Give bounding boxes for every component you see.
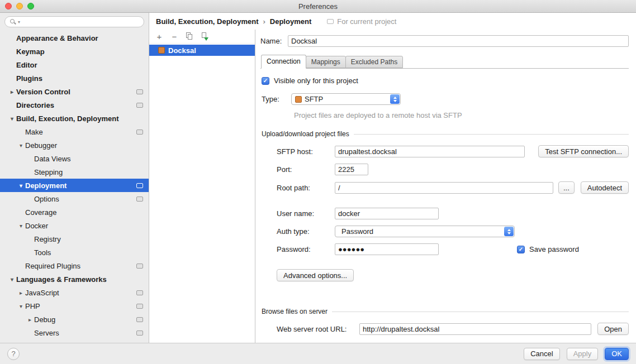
sidebar-item-keymap[interactable]: Keymap xyxy=(0,45,149,58)
port-input[interactable] xyxy=(335,164,368,175)
project-level-icon xyxy=(136,264,143,269)
server-item-label: Docksal xyxy=(168,46,196,55)
chevron-right-icon[interactable]: ▸ xyxy=(8,89,16,95)
remove-server-button[interactable]: − xyxy=(170,32,179,41)
sidebar-item-registry[interactable]: Registry xyxy=(0,232,149,246)
browse-section-label: Browse files on server xyxy=(262,308,328,315)
sidebar-item-docker[interactable]: ▾Docker xyxy=(0,219,149,232)
search-caret-icon[interactable]: ▾ xyxy=(18,20,20,25)
sidebar-item-label: Servers xyxy=(34,329,59,337)
sidebar-item-make[interactable]: Make xyxy=(0,125,149,138)
root-path-input[interactable] xyxy=(335,182,553,194)
sidebar-item-javascript[interactable]: ▸JavaScript xyxy=(0,286,149,299)
project-level-icon xyxy=(136,331,143,336)
visible-only-checkbox[interactable]: ✓ xyxy=(262,77,269,85)
sftp-host-input[interactable] xyxy=(335,146,525,157)
sidebar-item-label: Options xyxy=(34,195,59,203)
sftp-type-icon xyxy=(295,96,302,103)
sidebar-item-label: Keymap xyxy=(16,47,45,56)
ok-button[interactable]: OK xyxy=(605,348,629,360)
web-root-input[interactable] xyxy=(359,323,591,335)
breadcrumb: Build, Execution, Deployment › Deploymen… xyxy=(149,13,636,30)
sidebar-item-servers[interactable]: Servers xyxy=(0,326,149,339)
chevron-down-icon[interactable]: ▾ xyxy=(8,276,16,282)
sidebar-item-stepping[interactable]: Stepping xyxy=(0,165,149,179)
auth-type-label: Auth type: xyxy=(277,227,335,236)
chevron-down-icon[interactable]: ▾ xyxy=(17,183,25,189)
chevron-right-icon[interactable]: ▸ xyxy=(26,317,34,323)
add-server-button[interactable]: + xyxy=(155,32,164,41)
paste-server-button[interactable] xyxy=(200,32,209,41)
upload-section-header: Upload/download project files xyxy=(262,130,629,138)
chevron-down-icon[interactable]: ▾ xyxy=(8,116,16,122)
sidebar-item-languages-frameworks[interactable]: ▾Languages & Frameworks xyxy=(0,272,149,286)
sidebar-item-coverage[interactable]: Coverage xyxy=(0,205,149,219)
sidebar-item-plugins[interactable]: Plugins xyxy=(0,71,149,85)
sidebar-item-debugger[interactable]: ▾Debugger xyxy=(0,138,149,152)
sidebar-item-label: Directories xyxy=(16,101,54,109)
sidebar-item-label: Coverage xyxy=(25,208,56,217)
save-password-checkbox[interactable]: ✓ xyxy=(517,246,525,253)
project-scope: For current project xyxy=(327,17,396,26)
advanced-options-button[interactable]: Advanced options... xyxy=(277,269,354,281)
test-sftp-connection-button[interactable]: Test SFTP connection... xyxy=(538,145,629,157)
tab-connection[interactable]: Connection xyxy=(261,55,306,69)
settings-sidebar: ▾ Appearance & BehaviorKeymapEditorPlugi… xyxy=(0,13,149,343)
auth-type-select[interactable]: Password xyxy=(335,226,515,237)
name-input[interactable] xyxy=(288,35,629,47)
apply-button[interactable]: Apply xyxy=(567,348,599,360)
sidebar-item-debug[interactable]: ▸Debug xyxy=(0,313,149,326)
chevron-down-icon[interactable]: ▾ xyxy=(17,303,25,309)
sidebar-item-required-plugins[interactable]: Required Plugins xyxy=(0,259,149,272)
breadcrumb-section[interactable]: Build, Execution, Deployment xyxy=(156,17,258,26)
sidebar-item-label: Debug xyxy=(34,315,55,324)
save-password-label: Save password xyxy=(529,245,579,253)
sidebar-item-label: Version Control xyxy=(16,88,70,96)
visible-only-label: Visible only for this project xyxy=(274,76,358,85)
sidebar-item-php[interactable]: ▾PHP xyxy=(0,299,149,313)
chevron-down-icon[interactable]: ▾ xyxy=(17,223,25,229)
settings-search-input[interactable]: ▾ xyxy=(4,16,144,27)
minimize-window-button[interactable] xyxy=(16,3,23,9)
copy-server-button[interactable] xyxy=(185,32,194,41)
title-bar: Preferences xyxy=(0,0,636,13)
server-type-icon xyxy=(158,47,165,54)
sidebar-item-label: Editor xyxy=(16,61,37,69)
sidebar-item-directories[interactable]: Directories xyxy=(0,98,149,112)
sidebar-item-deployment[interactable]: ▾Deployment xyxy=(0,179,149,192)
tab-mappings[interactable]: Mappings xyxy=(306,56,346,68)
chevron-down-icon[interactable]: ▾ xyxy=(17,142,25,149)
sidebar-item-appearance-behavior[interactable]: Appearance & Behavior xyxy=(0,31,149,45)
close-window-button[interactable] xyxy=(5,3,12,9)
sidebar-item-version-control[interactable]: ▸Version Control xyxy=(0,85,149,98)
project-scope-label: For current project xyxy=(337,17,396,26)
sidebar-item-label: Deployment xyxy=(25,181,67,190)
project-level-icon xyxy=(136,317,143,322)
autodetect-button[interactable]: Autodetect xyxy=(581,181,629,194)
sidebar-item-editor[interactable]: Editor xyxy=(0,58,149,71)
help-button[interactable]: ? xyxy=(7,348,20,360)
browse-root-path-button[interactable]: ... xyxy=(558,181,575,194)
type-select[interactable]: SFTP xyxy=(291,93,401,105)
project-level-icon xyxy=(136,304,143,309)
sidebar-item-build-execution-deployment[interactable]: ▾Build, Execution, Deployment xyxy=(0,112,149,125)
breadcrumb-page: Deployment xyxy=(270,17,311,26)
chevron-right-icon[interactable]: ▸ xyxy=(17,290,25,296)
user-name-input[interactable] xyxy=(335,208,439,219)
sidebar-item-data-views[interactable]: Data Views xyxy=(0,152,149,165)
sidebar-item-options[interactable]: Options xyxy=(0,192,149,205)
password-input[interactable] xyxy=(335,243,439,255)
project-level-icon xyxy=(136,197,143,202)
sidebar-item-tools[interactable]: Tools xyxy=(0,246,149,259)
copy-icon xyxy=(188,34,192,40)
name-label: Name: xyxy=(260,37,288,45)
sidebar-item-label: Debugger xyxy=(25,141,57,150)
upload-section-label: Upload/download project files xyxy=(262,130,349,138)
root-path-label: Root path: xyxy=(277,184,335,192)
type-help-text: Project files are deployed to a remote h… xyxy=(294,111,629,119)
tab-excluded-paths[interactable]: Excluded Paths xyxy=(345,56,403,68)
server-item-docksal[interactable]: Docksal xyxy=(149,45,255,56)
zoom-window-button[interactable] xyxy=(27,3,34,9)
cancel-button[interactable]: Cancel xyxy=(524,348,559,360)
open-button[interactable]: Open xyxy=(597,323,629,335)
